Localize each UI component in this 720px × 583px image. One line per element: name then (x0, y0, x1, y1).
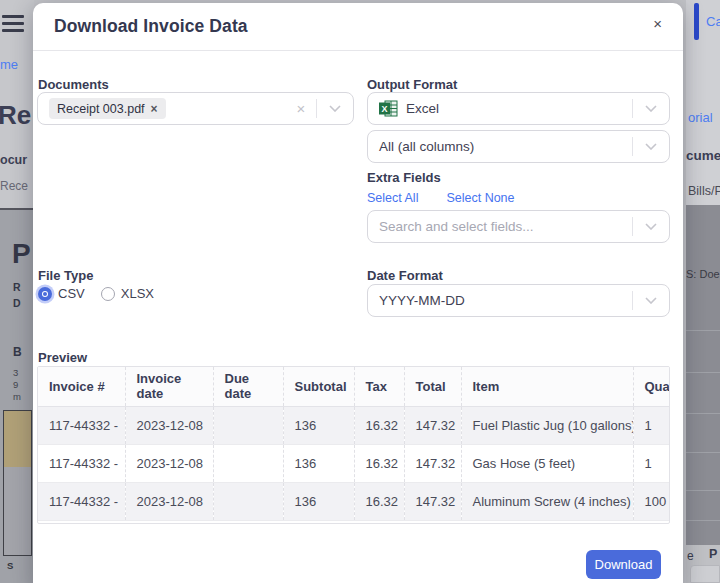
output-format-select[interactable]: X Excel (367, 92, 670, 125)
chevron-down-icon[interactable] (633, 297, 669, 304)
excel-icon: X (379, 100, 398, 117)
col-quantity: Quantity (633, 367, 670, 406)
background-fields-panel (686, 205, 720, 545)
background-small-2: 9 (13, 379, 18, 390)
radio-unselected-icon[interactable] (101, 287, 115, 301)
chevron-down-icon[interactable] (633, 105, 669, 112)
radio-option-csv[interactable]: CSV (38, 286, 85, 301)
background-bottom-right-text: P (709, 547, 717, 561)
cell: 136 (283, 406, 354, 444)
chevron-down-icon[interactable] (633, 223, 669, 230)
modal-title: Download Invoice Data (54, 16, 248, 37)
background-label-b: B (13, 345, 22, 359)
background-home-link[interactable]: me (0, 57, 18, 72)
background-small-3: m (13, 391, 21, 402)
hamburger-menu-icon[interactable] (2, 15, 24, 36)
cell: 117-44332 - (38, 406, 125, 444)
date-format-select[interactable]: YYYY-MM-DD (367, 284, 670, 317)
radio-label-csv: CSV (58, 286, 85, 301)
cell (213, 444, 283, 482)
background-doc-heading-left: ocur (0, 153, 27, 167)
background-file-name: Rece (0, 179, 28, 193)
background-doc-heading-right: cumen (686, 148, 720, 163)
table-row: 117-44332 - 2023-12-08 136 16.32 147.32 … (38, 444, 670, 482)
col-invoice-date: Invoice date (125, 367, 213, 406)
background-label-d: D (13, 297, 21, 309)
background-page-heading: Re (0, 100, 31, 131)
document-tag: Receipt 003.pdf × (49, 98, 166, 119)
cell: 2023-12-08 (125, 406, 213, 444)
cell: 2023-12-08 (125, 444, 213, 482)
col-item: Item (461, 367, 633, 406)
download-button[interactable]: Download (586, 550, 661, 579)
background-receipt-thumbnail (3, 410, 32, 556)
preview-table-container[interactable]: Invoice # Invoice date Due date Subtotal… (37, 366, 670, 524)
documents-select[interactable]: Receipt 003.pdf × × (37, 92, 354, 125)
cell: Gas Hose (5 feet) (461, 444, 633, 482)
table-row: 117-44332 - 2023-12-08 136 16.32 147.32 … (38, 482, 670, 520)
col-tax: Tax (354, 367, 404, 406)
cell: 16.32 (354, 482, 404, 520)
preview-label: Preview (38, 350, 87, 365)
table-header-row: Invoice # Invoice date Due date Subtotal… (38, 367, 670, 406)
chevron-down-icon[interactable] (633, 143, 669, 150)
cell: 117-44332 - (38, 482, 125, 520)
modal-header: Download Invoice Data × (33, 3, 683, 51)
cell (213, 406, 283, 444)
cell: Aluminum Screw (4 inches) (461, 482, 633, 520)
cell: 1 (633, 444, 670, 482)
background-row-text: S: Doe J (686, 268, 720, 280)
background-tab-label[interactable]: Bills/Pay (688, 184, 720, 198)
date-format-label: Date Format (367, 268, 443, 283)
col-subtotal: Subtotal (283, 367, 354, 406)
background-small-1: 3 (13, 367, 18, 378)
cell: Fuel Plastic Jug (10 gallons) (461, 406, 633, 444)
select-none-link[interactable]: Select None (446, 191, 514, 205)
cell: 136 (283, 444, 354, 482)
documents-label: Documents (38, 77, 109, 92)
preview-table: Invoice # Invoice date Due date Subtotal… (38, 367, 670, 521)
cell: 16.32 (354, 406, 404, 444)
background-bottom-box (690, 565, 720, 583)
background-big-letter: P (12, 238, 31, 270)
columns-value: All (all columns) (379, 139, 474, 154)
background-bottom-left-text: e (687, 549, 694, 563)
tag-remove-icon[interactable]: × (151, 102, 158, 116)
col-due-date: Due date (213, 367, 283, 406)
cell: 1 (633, 406, 670, 444)
cell: 16.32 (354, 444, 404, 482)
col-invoice-number: Invoice # (38, 367, 125, 406)
background-top-button[interactable]: Ca (706, 14, 720, 29)
file-type-label: File Type (38, 268, 93, 283)
download-invoice-modal: Download Invoice Data × Documents Receip… (33, 3, 683, 583)
background-tutorial-link[interactable]: orial (688, 110, 713, 125)
clear-selection-icon[interactable]: × (286, 100, 316, 117)
cell: 136 (283, 482, 354, 520)
close-icon[interactable]: × (653, 15, 662, 32)
radio-label-xlsx: XLSX (121, 286, 154, 301)
extra-fields-placeholder: Search and select fields... (379, 219, 534, 234)
columns-select[interactable]: All (all columns) (367, 130, 670, 163)
table-row: 117-44332 - 2023-12-08 136 16.32 147.32 … (38, 406, 670, 444)
extra-fields-label: Extra Fields (367, 170, 441, 185)
extra-fields-links: Select All Select None (367, 191, 515, 205)
file-type-radio-group: CSV XLSX (38, 286, 154, 301)
select-all-link[interactable]: Select All (367, 191, 418, 205)
col-total: Total (404, 367, 461, 406)
background-page-right (686, 0, 720, 205)
document-tag-label: Receipt 003.pdf (57, 102, 145, 116)
radio-option-xlsx[interactable]: XLSX (101, 286, 154, 301)
radio-selected-icon[interactable] (38, 287, 52, 301)
output-format-value: Excel (406, 101, 439, 116)
cell: 147.32 (404, 482, 461, 520)
extra-fields-select[interactable]: Search and select fields... (367, 210, 670, 243)
cell: 100 (633, 482, 670, 520)
date-format-value: YYYY-MM-DD (379, 293, 465, 308)
background-bottom-letter: S (7, 560, 13, 571)
background-primary-button-edge (694, 3, 699, 40)
cell: 147.32 (404, 406, 461, 444)
svg-text:X: X (381, 104, 387, 114)
cell: 117-44332 - (38, 444, 125, 482)
chevron-down-icon[interactable] (317, 105, 353, 112)
output-format-label: Output Format (367, 77, 457, 92)
